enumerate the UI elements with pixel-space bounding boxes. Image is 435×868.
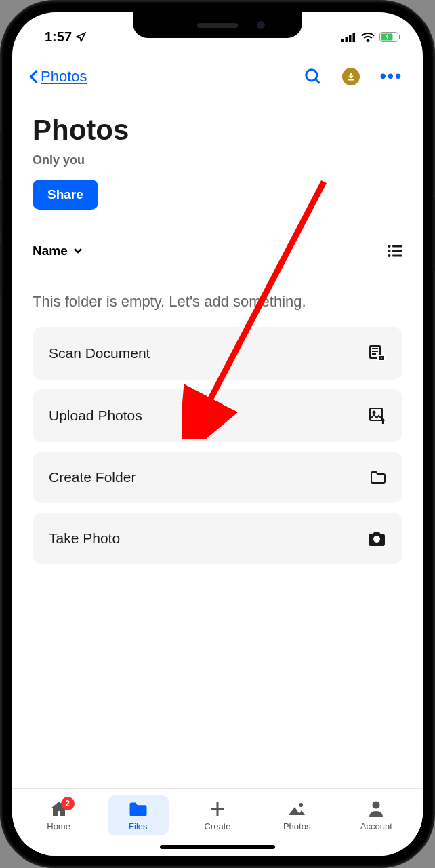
svg-line-8	[315, 79, 319, 83]
action-label: Take Photo	[49, 530, 120, 547]
svg-rect-10	[392, 245, 402, 248]
svg-point-23	[373, 536, 380, 542]
plus-icon	[209, 800, 226, 818]
create-folder-button[interactable]: Create Folder	[33, 452, 402, 503]
action-label: Upload Photos	[49, 408, 142, 424]
more-icon[interactable]: •••	[380, 66, 402, 87]
svg-rect-14	[392, 255, 402, 257]
wifi-icon	[361, 32, 375, 42]
tab-home-badge: 2	[61, 797, 75, 810]
phone-frame: 1:57 Photos •••	[0, 0, 435, 868]
svg-point-11	[388, 250, 391, 252]
tab-home[interactable]: 2 Home	[28, 795, 89, 835]
svg-point-13	[388, 254, 391, 257]
battery-icon	[379, 32, 401, 42]
tab-account[interactable]: Account	[346, 795, 407, 835]
svg-rect-12	[392, 250, 402, 252]
svg-rect-21	[370, 408, 382, 420]
svg-point-29	[373, 802, 380, 809]
sort-dropdown[interactable]: Name	[33, 243, 83, 258]
tab-label: Files	[129, 821, 147, 831]
take-photo-button[interactable]: Take Photo	[33, 513, 402, 564]
folder-icon	[370, 470, 386, 485]
files-icon	[128, 801, 148, 818]
svg-rect-3	[353, 33, 356, 42]
upload-photos-button[interactable]: Upload Photos	[33, 389, 402, 442]
tab-files[interactable]: Files	[108, 795, 169, 835]
svg-rect-6	[399, 35, 400, 39]
chevron-left-icon	[28, 69, 39, 84]
access-link[interactable]: Only you	[33, 153, 402, 167]
location-icon	[75, 32, 86, 43]
upload-photos-icon	[369, 407, 386, 425]
svg-point-7	[306, 69, 316, 80]
page-header: Photos Only you Share	[12, 94, 423, 210]
account-icon	[368, 800, 384, 818]
chevron-down-icon	[73, 248, 83, 254]
scan-document-icon	[369, 344, 386, 362]
action-label: Scan Document	[49, 345, 150, 361]
svg-rect-2	[349, 35, 352, 42]
svg-point-22	[373, 412, 375, 414]
empty-folder-message: This folder is empty. Let's add somethin…	[12, 267, 423, 327]
sort-bar: Name	[12, 243, 423, 267]
tab-create[interactable]: Create	[187, 795, 248, 835]
sort-label: Name	[33, 243, 68, 258]
scan-document-button[interactable]: Scan Document	[33, 327, 402, 380]
cellular-icon	[341, 33, 356, 42]
photos-icon	[287, 802, 306, 816]
nav-bar: Photos •••	[12, 50, 423, 94]
action-list: Scan Document Upload Photos Create Folde…	[12, 327, 423, 564]
svg-point-28	[299, 803, 303, 807]
tab-photos[interactable]: Photos	[266, 795, 327, 835]
view-list-icon[interactable]	[388, 245, 402, 257]
phone-notch	[133, 12, 302, 38]
tab-label: Account	[360, 821, 392, 831]
back-label: Photos	[41, 68, 87, 85]
tab-label: Photos	[283, 821, 310, 831]
svg-rect-1	[346, 37, 348, 42]
svg-point-20	[380, 357, 383, 359]
search-icon[interactable]	[304, 68, 322, 85]
camera-icon	[367, 531, 386, 546]
svg-rect-0	[341, 39, 344, 42]
page-title: Photos	[33, 114, 402, 146]
tab-label: Create	[204, 821, 230, 831]
back-button[interactable]: Photos	[28, 68, 87, 85]
download-badge-icon[interactable]	[342, 68, 360, 85]
tab-label: Home	[47, 821, 70, 831]
share-button[interactable]: Share	[33, 180, 98, 210]
home-indicator[interactable]	[160, 845, 275, 849]
status-time: 1:57	[45, 29, 72, 45]
svg-point-9	[388, 245, 391, 248]
action-label: Create Folder	[49, 469, 136, 486]
